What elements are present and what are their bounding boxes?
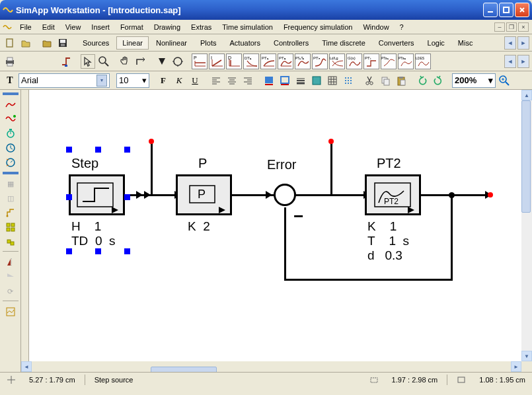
scroll-up-button[interactable]: ▲ [521,90,532,100]
probe-tool-button[interactable] [155,54,169,69]
select-all-button[interactable] [3,221,18,234]
menu-window[interactable]: Window [358,22,394,32]
block-scroll-right-button[interactable]: ► [517,55,529,68]
tab-actuators[interactable]: Actuators [224,36,266,50]
flip-h-button[interactable] [3,256,18,269]
mdi-restore-button[interactable]: ❐ [506,22,517,32]
font-select[interactable]: Arial ▾ [19,73,110,88]
redo-button[interactable] [431,73,445,88]
block-pt2[interactable]: PT₂ [278,54,293,69]
align-center-button[interactable] [225,73,239,88]
tab-converters[interactable]: Converters [373,36,420,50]
block-pta1[interactable]: PTa₁ [381,54,397,69]
mdi-close-button[interactable]: × [518,22,529,32]
menu-view[interactable]: View [60,22,87,32]
vertical-scrollbar[interactable]: ▲ ▼ [521,90,532,361]
underline-button[interactable]: U [188,73,202,88]
tab-scroll-right-button[interactable]: ► [517,36,529,50]
clock-button[interactable] [3,141,18,155]
block-pt1t2[interactable]: PT₁T₂ [295,54,311,69]
selection-handle[interactable] [124,147,130,153]
menu-drawing[interactable]: Drawing [149,22,186,32]
block-pt2[interactable]: PT2 PT2 K 1 T 1 s d 0.3 [365,174,421,215]
pan-tool-button[interactable] [118,54,132,69]
tab-linear[interactable]: Linear [116,36,149,50]
italic-button[interactable]: K [172,73,186,88]
font-size-select[interactable]: 10 ▾ [116,73,149,88]
tab-nonlinear[interactable]: Nonlinear [150,36,193,50]
block-ldes[interactable]: LDES [415,54,431,69]
horizontal-scrollbar[interactable]: ◄ ► [21,361,521,372]
block-ptt[interactable]: PTₜ [363,54,379,69]
sim-freq-button[interactable] [3,112,18,126]
align-right-button[interactable] [241,73,255,88]
block-p[interactable]: P P K 2 [176,174,232,215]
cut-button[interactable] [362,73,377,88]
zoom-tool-button[interactable] [96,54,111,69]
canvas[interactable]: Step H 1 TD 0 s [21,90,521,361]
menu-extras[interactable]: Extras [186,22,217,32]
step-tool-button[interactable] [59,54,74,69]
sum-node-tool-button[interactable] [171,54,185,69]
block-dt1[interactable]: DT₁ [243,54,259,69]
sim-time-button[interactable] [3,98,18,111]
menu-edit[interactable]: Edit [37,22,60,32]
selection-handle[interactable] [66,194,72,200]
layer-2-button[interactable]: ◫ [3,192,18,205]
undo-button[interactable] [415,73,430,88]
selection-handle[interactable] [66,248,72,254]
menu-help[interactable]: ? [395,22,409,32]
route-button[interactable] [3,206,18,219]
selection-handle[interactable] [66,147,72,153]
open-button[interactable] [19,36,33,50]
tab-logic[interactable]: Logic [422,36,451,50]
scroll-thumb[interactable] [521,100,531,213]
block-ptn[interactable]: PTₙ [312,54,328,69]
block-pta2[interactable]: PTa₂ [398,54,414,69]
folder-button[interactable] [40,36,54,50]
layer-1-button[interactable]: ▦ [3,177,18,190]
text-tool-button[interactable]: T [3,73,17,88]
selection-handle[interactable] [95,248,101,254]
new-button[interactable] [3,36,17,50]
line-color-button[interactable] [278,73,292,88]
scroll-down-button[interactable]: ▼ [521,351,532,361]
group-button[interactable] [3,235,18,248]
close-button[interactable] [515,3,529,17]
selection-handle[interactable] [95,147,101,153]
copy-button[interactable] [378,73,393,88]
tab-sources[interactable]: Sources [77,36,115,50]
probe-point[interactable] [488,192,493,198]
zoom-select[interactable]: 200% ▾ [452,73,496,88]
chart-settings-button[interactable] [3,305,18,318]
pattern-button[interactable] [309,73,324,88]
save-button[interactable] [56,36,70,50]
scroll-right-button[interactable]: ► [511,361,521,372]
probe-point[interactable] [328,139,334,144]
menu-insert[interactable]: Insert [86,22,115,32]
scroll-left-button[interactable]: ◄ [21,361,32,372]
block-step[interactable]: Step H 1 TD 0 s [69,174,125,215]
flip-v-button[interactable] [3,270,18,283]
zoom-in-button[interactable] [497,73,512,88]
menu-time-simulation[interactable]: Time simulation [217,22,278,32]
tab-misc[interactable]: Misc [452,36,479,50]
stopwatch-button[interactable] [3,127,18,140]
tab-time-discrete[interactable]: Time discrete [316,36,371,50]
hatch-button[interactable] [325,73,340,88]
print-button[interactable] [3,54,17,69]
tab-scroll-left-button[interactable]: ◄ [504,36,516,50]
block-ldlg[interactable]: Ld/Lg [329,54,345,69]
connect-tool-button[interactable] [133,54,148,69]
grid-button[interactable] [341,73,356,88]
fill-color-button[interactable] [262,73,276,88]
block-i[interactable]: I [209,54,225,69]
menu-file[interactable]: File [15,22,37,32]
minimize-button[interactable] [483,3,498,17]
maximize-button[interactable] [499,3,513,17]
align-left-button[interactable] [209,73,223,88]
pointer-tool-button[interactable] [81,54,95,69]
selection-handle[interactable] [124,248,130,254]
mdi-minimize-button[interactable]: – [494,22,505,32]
menu-format[interactable]: Format [115,22,149,32]
